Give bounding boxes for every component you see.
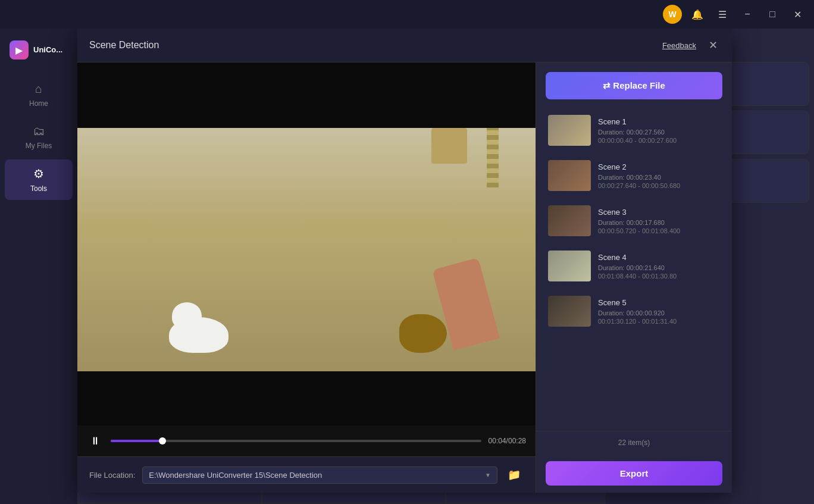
- video-time: 00:04/00:28: [489, 437, 526, 445]
- scene-name: Scene 2: [598, 162, 720, 171]
- titlebar: W 🔔 ☰ − □ ✕: [0, 0, 814, 29]
- home-icon: ⌂: [35, 82, 42, 96]
- sidebar-item-label: Home: [29, 99, 48, 108]
- tools-icon: ⚙: [33, 167, 44, 181]
- maximize-button[interactable]: □: [763, 5, 782, 24]
- scene-item[interactable]: Scene 5Duration: 00:00:00.92000:01:30.12…: [543, 290, 725, 333]
- close-button[interactable]: ✕: [788, 5, 807, 24]
- minimize-button[interactable]: −: [738, 5, 757, 24]
- logo-icon: ▶: [10, 40, 29, 60]
- menu-icon[interactable]: ☰: [713, 5, 732, 24]
- scene-item[interactable]: Scene 4Duration: 00:00:21.64000:01:08.44…: [543, 245, 725, 287]
- video-player[interactable]: [77, 62, 536, 425]
- video-progress-track[interactable]: [111, 440, 481, 442]
- wall-decoration: [431, 128, 467, 164]
- scene-name: Scene 5: [598, 298, 720, 307]
- dialog-header-right: Feedback ✕: [662, 38, 720, 52]
- scene-duration: Duration: 00:00:17.680: [598, 219, 720, 226]
- video-progress-fill: [111, 440, 162, 442]
- scene-info: Scene 1Duration: 00:00:27.56000:00:00.40…: [598, 117, 720, 144]
- notification-icon[interactable]: 🔔: [688, 5, 707, 24]
- scene-list[interactable]: Scene 1Duration: 00:00:27.56000:00:00.40…: [536, 109, 732, 431]
- dialog-header: Scene Detection Feedback ✕: [77, 29, 732, 62]
- pause-button[interactable]: ⏸: [87, 433, 104, 449]
- sidebar-item-tools[interactable]: ⚙ Tools: [5, 159, 73, 200]
- scene-time-range: 00:00:00.40 - 00:00:27.600: [598, 137, 720, 144]
- user-avatar[interactable]: W: [663, 5, 682, 24]
- sidebar-item-label: My Files: [26, 142, 52, 150]
- files-icon: 🗂: [33, 124, 45, 138]
- scene-thumb-3: [548, 205, 591, 236]
- file-location-dropdown[interactable]: E:\Wondershare UniConverter 15\Scene Det…: [142, 467, 497, 484]
- dialog-close-button[interactable]: ✕: [706, 38, 720, 52]
- scene-time-range: 00:00:50.720 - 00:01:08.400: [598, 227, 720, 234]
- letterbox-bottom: [77, 371, 536, 426]
- scene-thumb-5: [548, 296, 591, 327]
- video-progress-thumb: [159, 437, 166, 444]
- dialog-body: ⏸ 00:04/00:28 File Location: E:\Wondersh…: [77, 62, 732, 493]
- letterbox-top: [77, 62, 536, 128]
- app-logo: ▶ UniCo...: [0, 40, 77, 74]
- scene-duration: Duration: 00:00:23.40: [598, 174, 720, 181]
- scene-item[interactable]: Scene 2Duration: 00:00:23.4000:00:27.640…: [543, 154, 725, 197]
- scene-info: Scene 2Duration: 00:00:23.4000:00:27.640…: [598, 162, 720, 189]
- scene-thumb-4: [548, 251, 591, 281]
- scene-name: Scene 3: [598, 208, 720, 217]
- sidebar: ▶ UniCo... ⌂ Home 🗂 My Files ⚙ Tools: [0, 29, 77, 504]
- scene-info: Scene 4Duration: 00:00:21.64000:01:08.44…: [598, 253, 720, 280]
- sidebar-item-home[interactable]: ⌂ Home: [5, 75, 73, 115]
- scene-time-range: 00:01:30.120 - 00:01:31.40: [598, 318, 720, 325]
- scene-time-range: 00:00:27.640 - 00:00:50.680: [598, 182, 720, 189]
- scene-duration: Duration: 00:00:27.560: [598, 129, 720, 136]
- white-cat: [169, 305, 240, 353]
- dialog-title: Scene Detection: [89, 40, 159, 51]
- feedback-link[interactable]: Feedback: [662, 41, 696, 50]
- scene-duration: Duration: 00:00:21.640: [598, 264, 720, 271]
- scene-duration: Duration: 00:00:00.920: [598, 309, 720, 317]
- scene-name: Scene 4: [598, 253, 720, 262]
- file-location-value: E:\Wondershare UniConverter 15\Scene Det…: [149, 471, 322, 480]
- replace-file-button[interactable]: ⇄ Replace File: [546, 72, 722, 99]
- scene-item[interactable]: Scene 1Duration: 00:00:27.56000:00:00.40…: [543, 109, 725, 152]
- scene-thumb-1: [548, 115, 591, 146]
- scene-item[interactable]: Scene 3Duration: 00:00:17.68000:00:50.72…: [543, 199, 725, 242]
- file-location-label: File Location:: [89, 471, 135, 480]
- scene-name: Scene 1: [598, 117, 720, 126]
- scene-count: 22 item(s): [536, 431, 732, 454]
- browse-folder-button[interactable]: 📁: [505, 465, 524, 484]
- dropdown-arrow-icon: ▼: [485, 472, 491, 478]
- logo-text: UniCo...: [33, 45, 62, 55]
- scene-info: Scene 3Duration: 00:00:17.68000:00:50.72…: [598, 208, 720, 234]
- scene-panel: ⇄ Replace File Scene 1Duration: 00:00:27…: [536, 62, 732, 493]
- titlebar-controls: W 🔔 ☰ − □ ✕: [663, 5, 807, 24]
- scene-info: Scene 5Duration: 00:00:00.92000:01:30.12…: [598, 298, 720, 325]
- sidebar-item-my-files[interactable]: 🗂 My Files: [5, 117, 73, 157]
- wall-lines: [487, 128, 499, 187]
- cat-body: [169, 317, 228, 353]
- video-section: ⏸ 00:04/00:28 File Location: E:\Wondersh…: [77, 62, 536, 493]
- video-controls: ⏸ 00:04/00:28: [77, 425, 536, 456]
- sidebar-item-label: Tools: [30, 184, 47, 193]
- scene-time-range: 00:01:08.440 - 00:01:30.80: [598, 273, 720, 280]
- video-scene: [77, 62, 536, 425]
- file-location-bar: File Location: E:\Wondershare UniConvert…: [77, 456, 536, 493]
- brown-cat-body: [399, 314, 447, 353]
- scene-thumb-2: [548, 160, 591, 191]
- export-button[interactable]: Export: [546, 461, 722, 486]
- scene-detection-dialog: Scene Detection Feedback ✕: [77, 29, 732, 493]
- video-frame: [77, 62, 536, 425]
